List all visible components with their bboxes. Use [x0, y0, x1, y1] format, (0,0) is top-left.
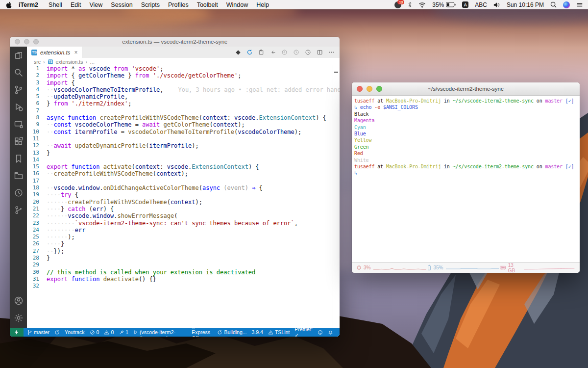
breadcrumb-symbol[interactable]: …	[90, 59, 95, 65]
zoom-button[interactable]	[33, 39, 39, 45]
githd[interactable]: githd: Express Off	[189, 328, 215, 337]
breadcrumb-file[interactable]: extension.ts	[56, 59, 83, 65]
zoom-button[interactable]	[376, 86, 382, 92]
remote-indicator[interactable]	[10, 328, 24, 337]
terminal-line[interactable]: ↳ echo -e $ANSI_COLORS	[354, 104, 577, 110]
vscode-titlebar[interactable]: extension.ts — vscode-iterm2-theme-sync	[10, 37, 340, 47]
menu-edit[interactable]: Edit	[71, 1, 81, 8]
code-editor[interactable]: 1import * as vscode from 'vscode';2impor…	[27, 65, 340, 328]
minimize-button[interactable]	[367, 86, 372, 92]
code-line[interactable]: 30// this method is called when your ext…	[27, 269, 340, 276]
tasks[interactable]: 1	[116, 328, 131, 337]
code-line[interactable]: 8async function createProfileWithVSCodeT…	[27, 114, 340, 121]
code-line[interactable]: 1import * as vscode from 'vscode';	[27, 65, 340, 72]
bookmarks-icon[interactable]	[13, 153, 24, 164]
terminal[interactable]: tusaeff at MacBook-Pro-Dmitrij in ~/s/vs…	[352, 96, 580, 262]
code-line[interactable]: 18··vscode.window.onDidChangeActiveColor…	[27, 184, 340, 191]
app-menu[interactable]: iTerm2	[19, 1, 38, 8]
menu-view[interactable]: View	[89, 1, 102, 8]
menu-scripts[interactable]: Scripts	[141, 1, 160, 8]
code-line[interactable]: 6} from './iterm2/index';	[27, 100, 340, 107]
iterm-titlebar[interactable]: ~/s/vscode-iterm2-theme-sync	[352, 82, 580, 96]
code-line[interactable]: 12··await updateDynamicProfile(itermProf…	[27, 142, 340, 149]
terminal-line[interactable]: Red	[354, 150, 577, 157]
code-line[interactable]: 31export function deactivate() {}	[27, 276, 340, 283]
code-line[interactable]: 11	[27, 135, 340, 142]
keyboard-layout[interactable]: ABC	[475, 1, 487, 8]
code-line[interactable]: 2import { getColorTheme } from './vscode…	[27, 72, 340, 79]
split-editor-icon[interactable]	[317, 49, 323, 55]
run-extension[interactable]: Run Extension (vscode-iterm2-theme-sync)	[131, 328, 189, 337]
menu-help[interactable]: Help	[256, 1, 269, 8]
code-line[interactable]: 29	[27, 262, 340, 268]
project-manager-icon[interactable]	[13, 170, 24, 182]
code-line[interactable]: 21····} catch (err) {	[27, 206, 340, 212]
terminal-line[interactable]: tusaeff at MacBook-Pro-Dmitrij in ~/s/vs…	[354, 163, 577, 170]
wifi-icon[interactable]	[418, 2, 426, 8]
menu-profiles[interactable]: Profiles	[168, 1, 189, 8]
clock[interactable]: Sun 10:16 PM	[507, 1, 544, 8]
sync-status[interactable]	[52, 328, 62, 337]
prettier[interactable]: Prettier: ✓	[292, 328, 315, 337]
code-line[interactable]: 9··const vscodeColorTheme = await getCol…	[27, 121, 340, 128]
paste-icon[interactable]	[258, 49, 264, 55]
siri-icon[interactable]	[563, 1, 570, 8]
terminal-line[interactable]: tusaeff at MacBook-Pro-Dmitrij in ~/s/vs…	[354, 98, 577, 104]
code-line[interactable]: 26····}	[27, 240, 340, 247]
terminal-line[interactable]: Magenta	[354, 117, 577, 124]
input-source-icon[interactable]: A	[462, 1, 468, 8]
terminal-line[interactable]: Cyan	[354, 124, 577, 131]
code-line[interactable]: 5··updateDynamicProfile,	[27, 93, 340, 100]
code-line[interactable]: 15export function activate(context: vsco…	[27, 163, 340, 170]
search-icon[interactable]	[13, 67, 24, 79]
code-line[interactable]: 3import {	[27, 79, 340, 86]
tslint[interactable]: TSLint	[266, 328, 292, 337]
minimize-button[interactable]	[24, 39, 29, 45]
feedback[interactable]	[315, 328, 325, 337]
terminal-line[interactable]: ↳	[354, 170, 577, 176]
apple-menu[interactable]	[6, 1, 12, 8]
scrollbar-mark[interactable]	[334, 72, 338, 73]
code-line[interactable]: 27··});	[27, 248, 340, 255]
terminal-line[interactable]: Black	[354, 111, 577, 117]
youtrack[interactable]: Youtrack	[62, 328, 87, 337]
code-line[interactable]: 22······vscode.window.showErrorMessage(	[27, 212, 340, 219]
tab-extension-ts[interactable]: TS extension.ts ×	[27, 47, 82, 58]
nav-back-circle-icon[interactable]	[281, 49, 288, 55]
code-line[interactable]: 25······);	[27, 234, 340, 240]
extension-action-icon[interactable]	[235, 50, 241, 55]
terminal-line[interactable]: Blue	[354, 131, 577, 137]
more-actions-icon[interactable]	[328, 49, 335, 55]
bluetooth-icon[interactable]	[408, 1, 412, 8]
code-line[interactable]: 28}	[27, 255, 340, 262]
terminal-line[interactable]: White	[354, 157, 577, 163]
code-line[interactable]: 23········`vscode-iterm2-theme-sync: can…	[27, 220, 340, 227]
code-line[interactable]: 19····try {	[27, 191, 340, 198]
back-icon[interactable]	[270, 49, 276, 55]
close-button[interactable]	[15, 39, 20, 45]
code-line[interactable]: 14	[27, 157, 340, 163]
remote-explorer-icon[interactable]	[13, 118, 24, 130]
sync-themes-icon[interactable]	[246, 49, 253, 55]
youtrack-icon[interactable]	[13, 187, 24, 199]
code-line[interactable]: 32	[27, 283, 340, 289]
breadcrumb-src[interactable]: src	[34, 59, 41, 65]
code-line[interactable]: 16··createProfileWithVSCodeTheme(context…	[27, 170, 340, 177]
notifications[interactable]	[325, 328, 336, 337]
menu-toolbelt[interactable]: Toolbelt	[197, 1, 218, 8]
code-line[interactable]: 20······createProfileWithVSCodeTheme(con…	[27, 199, 340, 206]
code-line[interactable]: 24········err	[27, 227, 340, 234]
code-line[interactable]: 10··const itermProfile = vscodeColorThem…	[27, 129, 340, 135]
menu-shell[interactable]: Shell	[49, 1, 62, 8]
terminal-line[interactable]: Green	[354, 144, 577, 150]
problems-errors[interactable]: 0	[87, 328, 102, 337]
git-branch[interactable]: master	[24, 328, 52, 337]
settings-gear-icon[interactable]	[13, 312, 24, 324]
tab-close-icon[interactable]: ×	[74, 49, 77, 56]
source-control-icon[interactable]	[13, 84, 24, 96]
menu-window[interactable]: Window	[226, 1, 248, 8]
timeline-icon[interactable]	[305, 49, 311, 55]
notification-center-icon[interactable]	[576, 2, 583, 8]
problems-warnings[interactable]: 0	[101, 328, 116, 337]
run-debug-icon[interactable]	[13, 101, 24, 113]
